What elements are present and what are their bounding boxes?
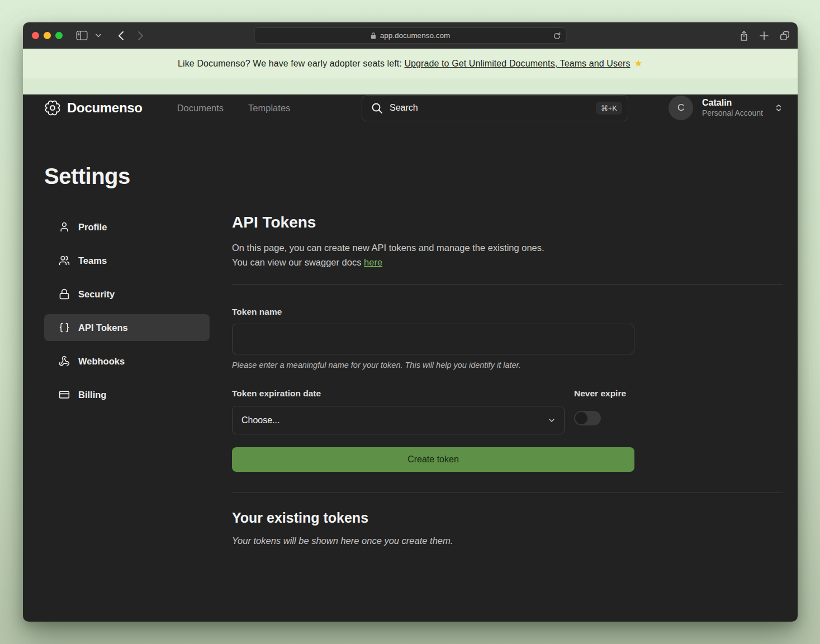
sidebar-item-api-tokens[interactable]: API Tokens — [44, 314, 210, 341]
lock-icon — [59, 288, 70, 300]
url-text: app.documenso.com — [380, 31, 450, 40]
expiration-select[interactable]: Choose... — [232, 406, 565, 434]
expiration-selected-value: Choose... — [241, 415, 279, 425]
traffic-lights — [32, 32, 63, 39]
section-description-line1: On this page, you can create new API tok… — [232, 243, 544, 253]
account-switcher[interactable]: C Catalin Personal Account — [669, 96, 783, 120]
sidebar-item-label: Security — [78, 289, 115, 300]
tab-overview-icon[interactable] — [780, 31, 790, 41]
section-description-line2: You can view our swagger docs — [232, 257, 361, 267]
token-name-label: Token name — [232, 307, 634, 317]
sidebar-item-webhooks[interactable]: Webhooks — [44, 348, 210, 375]
close-window-button[interactable] — [32, 32, 39, 39]
expiration-label: Token expiration date — [232, 389, 565, 399]
chevrons-up-down-icon — [774, 102, 783, 113]
documenso-logo-icon — [44, 100, 61, 116]
swagger-docs-link[interactable]: here — [364, 257, 382, 267]
sidebar-toggle-icon[interactable] — [76, 31, 88, 40]
sidebar-item-profile[interactable]: Profile — [44, 214, 210, 240]
search-shortcut-badge: ⌘+K — [596, 102, 622, 115]
settings-sidebar: Profile Teams Security — [44, 214, 210, 546]
never-expire-toggle[interactable] — [574, 411, 601, 425]
user-icon — [59, 221, 70, 233]
browser-toolbar: app.documenso.com — [23, 22, 798, 49]
create-token-form: Token name Please enter a meaningful nam… — [232, 307, 634, 472]
sidebar-item-label: Webhooks — [78, 356, 125, 367]
sidebar-item-teams[interactable]: Teams — [44, 247, 210, 274]
main-nav: Documents Templates — [177, 103, 291, 113]
sidebar-item-label: Billing — [78, 390, 106, 400]
create-token-button[interactable]: Create token — [232, 447, 634, 472]
search-label: Search — [390, 103, 418, 113]
sidebar-item-label: Profile — [78, 222, 107, 233]
token-name-input[interactable] — [232, 324, 634, 354]
sidebar-item-billing[interactable]: Billing — [44, 381, 210, 408]
new-tab-icon[interactable] — [760, 31, 769, 40]
back-icon[interactable] — [118, 31, 124, 41]
browser-window: app.documenso.com Like Documenso? We hav… — [23, 22, 798, 622]
never-expire-label: Never expire — [574, 389, 634, 399]
brand-name: Documenso — [67, 100, 143, 116]
search-input[interactable]: Search ⌘+K — [362, 95, 628, 121]
search-icon — [371, 102, 383, 114]
page-title: Settings — [44, 164, 783, 189]
webhook-icon — [59, 356, 70, 367]
divider — [232, 493, 783, 493]
toggle-knob — [575, 412, 587, 424]
chevron-down-icon[interactable] — [96, 34, 101, 37]
brand[interactable]: Documenso — [44, 100, 143, 116]
sidebar-item-label: Teams — [78, 255, 107, 266]
nav-templates[interactable]: Templates — [248, 103, 290, 113]
section-title: API Tokens — [232, 214, 783, 231]
avatar: C — [669, 96, 693, 120]
existing-tokens-empty-text: Your tokens will be shown here once you … — [232, 536, 783, 546]
share-icon[interactable] — [740, 30, 748, 41]
token-name-hint: Please enter a meaningful name for your … — [232, 361, 634, 370]
chevron-down-icon — [547, 416, 556, 425]
minimize-window-button[interactable] — [44, 32, 51, 39]
existing-tokens-title: Your existing tokens — [232, 510, 783, 526]
user-account-type: Personal Account — [702, 108, 763, 119]
star-icon: ★ — [634, 58, 643, 69]
banner-text: Like Documenso? We have few early adopte… — [178, 59, 402, 69]
user-name: Catalin — [702, 97, 763, 108]
reload-icon[interactable] — [553, 32, 561, 40]
users-icon — [59, 255, 70, 266]
credit-card-icon — [59, 389, 70, 400]
lock-icon — [371, 32, 377, 40]
zoom-window-button[interactable] — [55, 32, 63, 39]
braces-icon — [59, 322, 70, 333]
app-content: Documenso Documents Templates Search ⌘+K… — [23, 94, 798, 622]
sidebar-item-security[interactable]: Security — [44, 281, 210, 307]
sidebar-item-label: API Tokens — [78, 323, 128, 333]
nav-documents[interactable]: Documents — [177, 103, 224, 113]
promo-banner: Like Documenso? We have few early adopte… — [23, 49, 798, 78]
app-header: Documenso Documents Templates Search ⌘+K… — [44, 94, 783, 121]
forward-icon[interactable] — [138, 31, 144, 41]
upgrade-link[interactable]: Upgrade to Get Unlimited Documents, Team… — [404, 59, 630, 69]
address-bar[interactable]: app.documenso.com — [254, 27, 567, 44]
divider — [232, 284, 783, 285]
api-tokens-panel: API Tokens On this page, you can create … — [232, 214, 783, 546]
